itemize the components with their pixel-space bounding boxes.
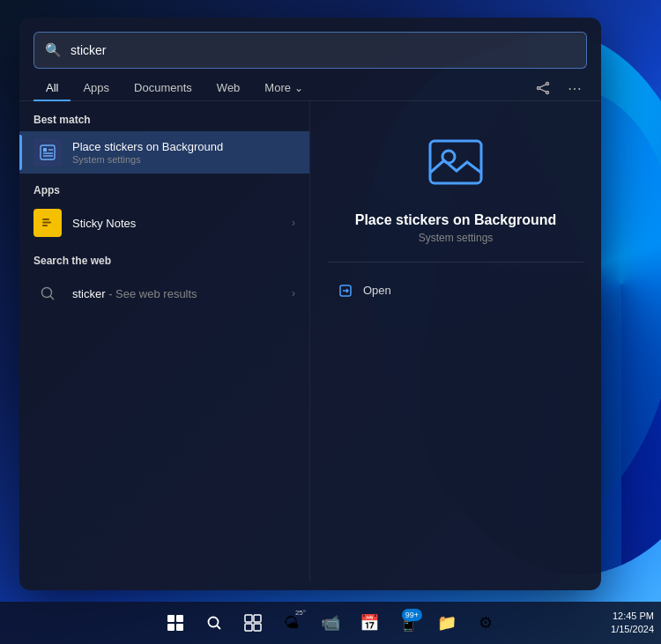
search-panel: 🔍 All Apps Documents Web More ⋯ bbox=[19, 18, 601, 590]
phone-link-badge: 99+ bbox=[402, 609, 422, 621]
taskbar-icons-center: 🌤 25° 📹 📅 📱 99+ 📁 ⚙ bbox=[158, 605, 503, 640]
svg-point-1 bbox=[546, 92, 549, 94]
best-match-item[interactable]: Place stickers on Background System sett… bbox=[19, 131, 309, 174]
clock-date: 1/15/2024 bbox=[611, 623, 654, 636]
settings-taskbar-icon: ⚙ bbox=[479, 613, 493, 633]
sticky-notes-arrow: › bbox=[292, 217, 295, 229]
detail-divider bbox=[328, 262, 583, 263]
svg-rect-5 bbox=[41, 145, 55, 159]
windows-logo-icon bbox=[167, 615, 183, 631]
svg-rect-22 bbox=[245, 624, 252, 631]
open-action-item[interactable]: Open bbox=[328, 277, 583, 304]
sticky-notes-icon bbox=[33, 209, 62, 237]
settings-result-icon bbox=[33, 138, 62, 167]
filter-tabs-bar: All Apps Documents Web More ⋯ bbox=[19, 69, 601, 101]
detail-title: Place stickers on Background bbox=[355, 212, 557, 228]
teams-button[interactable]: 📹 bbox=[313, 605, 348, 640]
best-match-section: Best match Place stickers on Background bbox=[19, 114, 309, 174]
notification-area[interactable]: 12:45 PM 1/15/2024 bbox=[604, 602, 661, 644]
clock-time: 12:45 PM bbox=[611, 610, 654, 623]
svg-rect-11 bbox=[42, 222, 51, 224]
web-search-title: sticker - See web results bbox=[72, 287, 281, 300]
file-explorer-button[interactable]: 📁 bbox=[429, 605, 464, 640]
search-icon: 🔍 bbox=[45, 42, 62, 58]
detail-large-icon bbox=[420, 128, 491, 198]
taskbar: 🌤 25° 📹 📅 📱 99+ 📁 ⚙ 12:45 PM 1/15/2024 bbox=[0, 602, 661, 644]
file-explorer-icon: 📁 bbox=[437, 613, 457, 633]
best-match-subtitle: System settings bbox=[72, 154, 295, 165]
search-web-section: Search the web sticker - See web results bbox=[19, 255, 309, 315]
start-button[interactable] bbox=[158, 605, 193, 640]
tab-more[interactable]: More bbox=[252, 76, 316, 101]
apps-section-label: Apps bbox=[19, 184, 309, 202]
apps-section: Apps Sticky Notes › bbox=[19, 184, 309, 244]
search-web-label: Search the web bbox=[19, 255, 309, 272]
svg-rect-15 bbox=[430, 141, 481, 183]
web-search-arrow: › bbox=[292, 287, 295, 300]
more-options-button[interactable]: ⋯ bbox=[562, 76, 587, 100]
calendar-icon: 📅 bbox=[360, 613, 379, 633]
widgets-button[interactable]: 🌤 25° bbox=[274, 605, 309, 640]
svg-point-0 bbox=[546, 83, 549, 85]
best-match-title: Place stickers on Background bbox=[72, 140, 295, 153]
calendar-button[interactable]: 📅 bbox=[352, 605, 387, 640]
filter-tabs-right-actions: ⋯ bbox=[531, 76, 587, 100]
clock-display: 12:45 PM 1/15/2024 bbox=[611, 610, 654, 637]
svg-rect-23 bbox=[254, 624, 261, 631]
svg-point-13 bbox=[42, 288, 52, 298]
svg-rect-20 bbox=[245, 615, 252, 622]
search-input[interactable] bbox=[71, 43, 576, 57]
share-icon-button[interactable] bbox=[531, 76, 555, 100]
svg-line-3 bbox=[540, 85, 546, 87]
svg-point-18 bbox=[209, 618, 219, 627]
settings-taskbar-button[interactable]: ⚙ bbox=[468, 605, 503, 640]
detail-actions: Open bbox=[328, 277, 583, 304]
left-panel: Best match Place stickers on Background bbox=[19, 101, 310, 581]
sticky-notes-title: Sticky Notes bbox=[72, 217, 281, 230]
svg-rect-12 bbox=[42, 225, 48, 226]
sticky-notes-item[interactable]: Sticky Notes › bbox=[19, 202, 309, 244]
tab-apps[interactable]: Apps bbox=[71, 76, 122, 101]
taskbar-search-button[interactable] bbox=[197, 605, 232, 640]
open-action-label: Open bbox=[363, 284, 391, 297]
teams-icon: 📹 bbox=[321, 613, 340, 633]
svg-line-4 bbox=[540, 89, 546, 92]
web-search-icon bbox=[33, 279, 62, 307]
svg-point-2 bbox=[538, 87, 540, 90]
web-search-item[interactable]: sticker - See web results › bbox=[19, 272, 309, 315]
svg-line-19 bbox=[217, 625, 220, 629]
right-panel: Place stickers on Background System sett… bbox=[310, 101, 601, 581]
tab-documents[interactable]: Documents bbox=[122, 76, 204, 101]
content-area: Best match Place stickers on Background bbox=[19, 101, 601, 581]
best-match-text: Place stickers on Background System sett… bbox=[72, 140, 295, 165]
widgets-badge: 25° bbox=[292, 607, 309, 619]
phone-link-button[interactable]: 📱 99+ bbox=[390, 605, 426, 640]
detail-subtitle: System settings bbox=[419, 232, 494, 244]
best-match-label: Best match bbox=[19, 114, 309, 131]
web-search-text: sticker - See web results bbox=[72, 287, 281, 300]
open-action-icon bbox=[337, 285, 354, 297]
tab-web[interactable]: Web bbox=[204, 76, 253, 101]
ellipsis-icon: ⋯ bbox=[568, 80, 582, 97]
svg-rect-21 bbox=[254, 615, 261, 622]
svg-line-14 bbox=[50, 296, 54, 300]
taskview-button[interactable] bbox=[235, 605, 271, 640]
search-box[interactable]: 🔍 bbox=[33, 32, 587, 69]
sticky-notes-text: Sticky Notes bbox=[72, 217, 281, 230]
tab-all[interactable]: All bbox=[33, 76, 71, 101]
svg-rect-10 bbox=[42, 218, 49, 220]
